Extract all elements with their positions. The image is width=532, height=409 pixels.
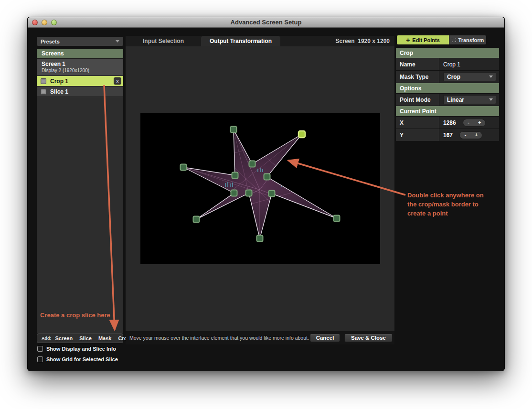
decrement-button[interactable]: -	[463, 119, 474, 126]
x-value[interactable]: 1286	[443, 119, 456, 126]
name-value-field[interactable]: Crop 1	[439, 58, 499, 70]
crop-visibility-checkbox[interactable]	[41, 78, 46, 84]
plus-icon: +	[406, 37, 410, 43]
increment-button[interactable]: +	[471, 132, 482, 139]
delete-crop-button[interactable]: x	[114, 77, 121, 85]
control-point[interactable]	[246, 190, 252, 196]
control-point[interactable]	[231, 127, 237, 133]
presets-label: Presets	[41, 39, 60, 44]
transform-label: Transform	[458, 37, 484, 43]
edit-points-label: Edit Points	[412, 37, 439, 43]
crop-item-label: Crop 1	[50, 78, 68, 85]
control-point[interactable]	[232, 172, 238, 179]
zoom-button[interactable]	[51, 20, 57, 25]
control-point-selected[interactable]	[298, 131, 305, 138]
control-point[interactable]	[181, 164, 187, 171]
show-grid-row[interactable]: Show Grid for Selected Slice	[37, 356, 118, 362]
titlebar[interactable]: Advanced Screen Setup	[28, 17, 504, 28]
screen-name: Screen 1	[42, 61, 123, 67]
control-point[interactable]	[269, 191, 275, 197]
inspector-panel: Crop Name Crop 1 Mask Type Crop Options	[396, 48, 499, 141]
status-message: Move your mouse over the interface eleme…	[129, 335, 309, 341]
transform-button[interactable]: Transform	[449, 35, 486, 44]
crop-star-shape[interactable]	[140, 113, 380, 264]
mask-type-label: Mask Type	[396, 71, 439, 83]
y-stepper[interactable]: - +	[459, 131, 482, 139]
show-display-slice-info-label: Show Display and Slice Info	[46, 346, 116, 352]
screen-display-info: Display 2 (1920x1200)	[42, 68, 123, 73]
y-label: Y	[396, 129, 439, 141]
name-row: Name Crop 1	[396, 58, 499, 70]
slice-list-item[interactable]: Slice 1	[37, 86, 123, 97]
increment-button[interactable]: +	[474, 119, 485, 126]
cancel-button[interactable]: Cancel	[310, 334, 340, 342]
control-point[interactable]	[249, 161, 255, 167]
add-mask-button[interactable]: Mask	[98, 335, 112, 341]
screens-header: Screens	[37, 49, 123, 59]
show-display-slice-info-checkbox[interactable]	[37, 346, 43, 352]
point-mode-row: Point Mode Linear	[396, 94, 499, 106]
mode-toggle: + Edit Points Transform	[397, 35, 486, 44]
add-slice-button[interactable]: Slice	[79, 335, 92, 341]
close-button[interactable]	[32, 20, 38, 25]
crop-list-item[interactable]: Crop 1 x	[37, 76, 123, 86]
add-screen-button[interactable]: Screen	[55, 335, 73, 341]
screen-resolution-info: Screen 1920 x 1200	[336, 36, 390, 46]
status-bar: Move your mouse over the interface eleme…	[126, 331, 394, 344]
control-point[interactable]	[231, 190, 237, 196]
control-point[interactable]	[257, 236, 263, 242]
save-close-button[interactable]: Save & Close	[344, 334, 393, 342]
x-coordinate-row: X 1286 - +	[396, 117, 499, 129]
options-section-header: Options	[396, 83, 499, 93]
y-value[interactable]: 167	[443, 132, 453, 139]
x-stepper[interactable]: - +	[463, 119, 486, 127]
screens-list: Screens Screen 1 Display 2 (1920x1200) C…	[37, 49, 123, 334]
point-mode-dropdown[interactable]: Linear	[443, 95, 496, 104]
selection-box-icon	[452, 38, 456, 42]
point-mode-value: Linear	[447, 97, 464, 103]
mask-type-value: Crop	[447, 74, 460, 80]
show-display-slice-info-row[interactable]: Show Display and Slice Info	[37, 346, 116, 352]
slice-item-label: Slice 1	[50, 88, 68, 95]
tab-output-transformation[interactable]: Output Transformation	[201, 36, 280, 46]
mask-type-row: Mask Type Crop	[396, 71, 499, 83]
mask-type-dropdown[interactable]: Crop	[443, 72, 496, 81]
screen-list-item[interactable]: Screen 1 Display 2 (1920x1200)	[37, 59, 123, 76]
add-toolbar: Add: Screen Slice Mask Crop	[37, 334, 123, 343]
control-point[interactable]	[264, 174, 270, 180]
chevron-down-icon	[116, 40, 119, 43]
advanced-screen-setup-window: Advanced Screen Setup Presets Screens Sc…	[27, 17, 505, 371]
crop-section-header: Crop	[396, 48, 499, 58]
slice-visibility-checkbox[interactable]	[41, 89, 46, 95]
window-title: Advanced Screen Setup	[231, 19, 302, 26]
current-point-section-header: Current Point	[396, 106, 499, 116]
control-point[interactable]	[193, 216, 200, 223]
control-point[interactable]	[334, 215, 340, 222]
show-grid-label: Show Grid for Selected Slice	[46, 356, 118, 362]
edit-points-button[interactable]: + Edit Points	[397, 35, 449, 44]
y-coordinate-row: Y 167 - +	[396, 129, 499, 141]
chevron-down-icon	[489, 75, 493, 78]
show-grid-checkbox[interactable]	[37, 356, 43, 362]
tab-input-selection[interactable]: Input Selection	[126, 36, 201, 46]
point-mode-label: Point Mode	[396, 94, 439, 106]
presets-dropdown[interactable]: Presets	[37, 37, 123, 46]
annotation-double-click: Double click anywhere on the crop/mask b…	[407, 191, 494, 218]
x-label: X	[396, 117, 439, 129]
minimize-button[interactable]	[42, 20, 47, 25]
name-label: Name	[396, 58, 439, 70]
annotation-create-crop: Create a crop slice here	[40, 312, 110, 319]
decrement-button[interactable]: -	[460, 132, 471, 139]
screen-output-canvas[interactable]	[140, 113, 380, 264]
tab-bar: Input Selection Output Transformation Sc…	[126, 36, 394, 46]
chevron-down-icon	[489, 98, 493, 101]
add-label: Add:	[42, 336, 52, 341]
